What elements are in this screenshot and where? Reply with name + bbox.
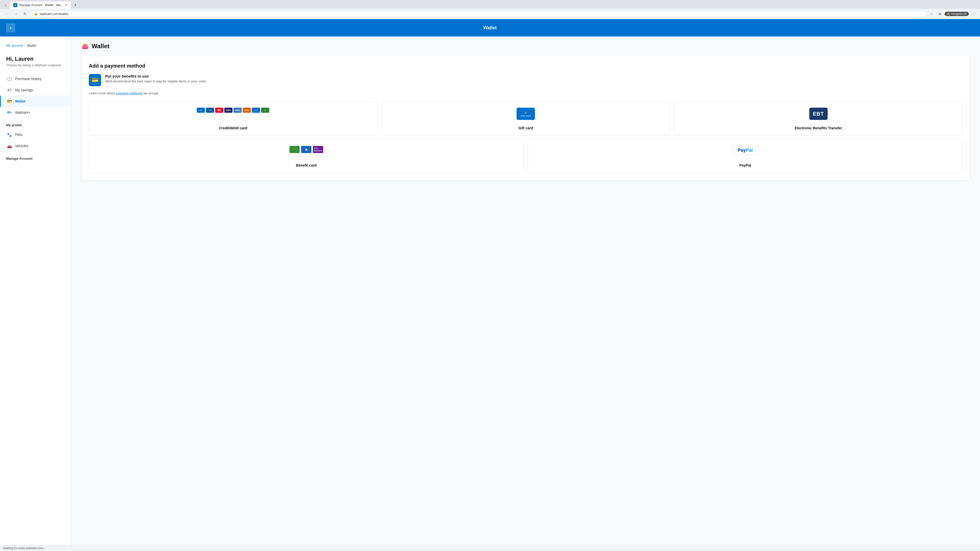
cc-icon-4: ▪▪▪ [261,108,269,113]
cc-icon-visa: VISA [224,108,232,113]
benefits-heading: Put your benefits to use [105,74,207,78]
sidebar: My account / Wallet Hi, Lauren Thanks fo… [0,37,72,551]
toolbar-actions: ☆ ⧉ 🕵 Incognito (2) ⋮ [928,10,977,17]
payment-section: Add a payment method 💳 Put your benefits… [82,56,970,180]
vehicles-icon: 🚗 [7,143,12,148]
sidebar-nav-list: 🕐 Purchase history 🏷 My savings 💳 Wallet… [0,73,71,118]
benefit-card-label: Benefit card [296,163,317,167]
menu-button[interactable]: ⋮ [970,10,977,17]
spark-icon: ✳ [524,111,527,115]
purchase-history-icon: 🕐 [7,76,12,81]
sidebar-item-label: Walmart+ [15,110,30,114]
header-title: Wallet [484,25,496,30]
gift-card-icon: ✳ Gift Card [517,108,535,120]
browser-toolbar: ← → ↻ 🔒 walmart.com/wallet ☆ ⧉ 🕵 Incogni… [0,9,980,19]
benefits-wallet-icon: 💳 [92,77,99,83]
add-payment-title: Add a payment method [89,63,963,69]
my-profile-section-title: My profile [0,118,71,129]
active-tab[interactable]: W Manage Account - Wallet - Wa... ✕ [10,2,71,9]
paypal-card-option[interactable]: PayPal PayPal [528,140,963,173]
sidebar-item-label: My savings [15,88,33,92]
status-bar: Waiting for www.walmart.com... [0,545,980,551]
tab-list-back[interactable]: ‹ [2,2,9,9]
paypal-label: PayPal [739,163,751,167]
gift-card-text: Gift Card [521,115,531,117]
benefits-icon: 💳 [89,74,101,86]
split-view-button[interactable]: ⧉ [936,10,943,17]
address-bar[interactable]: 🔒 walmart.com/wallet [30,11,926,17]
breadcrumb: My account / Wallet [0,41,71,52]
bookmark-button[interactable]: ☆ [928,10,935,17]
sidebar-item-walmart-plus[interactable]: W+ Walmart+ [0,107,71,118]
sidebar-item-purchase-history[interactable]: 🕐 Purchase history [0,73,71,84]
back-button[interactable]: ← [3,10,10,17]
browser-chrome: ‹ W Manage Account - Wallet - Wa... ✕ + … [0,0,980,19]
greeting-name: Hi, Lauren [6,56,65,62]
incognito-badge[interactable]: 🕵 Incognito (2) [945,12,969,16]
content-area: 👛 Wallet Add a payment method 💳 Put your… [72,37,980,551]
pets-icon: 🐾 [7,132,12,137]
profile-nav-list: 🐾 Pets 🚗 Vehicles [0,129,71,151]
benefits-description: We'll recommend the best ways to pay for… [105,79,207,83]
browser-tab-bar: ‹ W Manage Account - Wallet - Wa... ✕ + [0,0,980,9]
payment-methods-link[interactable]: payment methods [116,91,142,95]
learn-more-suffix: we accept. [142,91,159,95]
url-text: walmart.com/wallet [40,12,68,16]
walmart-plus-icon: W+ [7,110,12,115]
benefit-card-option[interactable]: 🌿 ▣ OTCNetwork Benefit card [89,140,524,173]
security-icon: 🔒 [34,12,38,16]
learn-more-prefix: Learn more about [89,91,116,95]
payment-cards-row-1: ▪▪▪ ▪▪▪ MC VISA AMEX DISC ▪▪▪ ▪▪▪ Credit… [89,101,963,135]
breadcrumb-separator: / [24,44,25,48]
page-title: Wallet [92,43,110,50]
incognito-label: Incognito (2) [951,12,967,15]
page-header: ‹ Wallet [0,19,980,37]
header-back-button[interactable]: ‹ [6,23,15,32]
main-layout: My account / Wallet Hi, Lauren Thanks fo… [0,37,980,551]
credit-debit-card-option[interactable]: ▪▪▪ ▪▪▪ MC VISA AMEX DISC ▪▪▪ ▪▪▪ Credit… [89,101,377,135]
breadcrumb-current: Wallet [27,44,36,48]
sidebar-item-label: Purchase history [15,77,41,81]
greeting-subtitle: Thanks for being a Walmart customer [6,63,65,67]
tab-title: Manage Account - Wallet - Wa... [19,3,63,7]
cc-icon-mc: MC [215,108,223,113]
benefit-icon-1: 🌿 [290,146,300,153]
tab-close-button[interactable]: ✕ [65,3,68,7]
sidebar-item-pets[interactable]: 🐾 Pets [0,129,71,140]
payment-cards-row-2: 🌿 ▣ OTCNetwork Benefit card PayPal PayPa… [89,140,963,173]
sidebar-item-label: Wallet [15,99,25,103]
gift-card-option[interactable]: ✳ Gift Card Gift card [382,101,670,135]
credit-card-icons: ▪▪▪ ▪▪▪ MC VISA AMEX DISC ▪▪▪ ▪▪▪ [197,108,269,113]
forward-button[interactable]: → [12,10,19,17]
reload-button[interactable]: ↻ [21,10,29,17]
ebt-label: Electronic Benefits Transfer [795,126,842,130]
manage-account-section-title: Manage Account [0,151,71,162]
breadcrumb-parent-link[interactable]: My account [6,44,23,48]
cc-icon-disc: DISC [243,108,251,113]
learn-more-text: Learn more about payment methods we acce… [89,91,963,95]
ebt-card-option[interactable]: EBT Electronic Benefits Transfer [674,101,963,135]
paypal-icon: PayPal [732,146,758,155]
new-tab-button[interactable]: + [72,2,79,9]
cc-icon-3: ▪▪▪ [252,108,260,113]
wallet-icon: 💳 [7,99,12,104]
tab-favicon: W [13,3,18,7]
my-savings-icon: 🏷 [7,87,12,93]
sidebar-item-my-savings[interactable]: 🏷 My savings [0,84,71,96]
benefits-banner: 💳 Put your benefits to use We'll recomme… [89,74,963,86]
cc-icon-2: ▪▪▪ [206,108,214,113]
gift-card-image: ✳ Gift Card [517,108,535,123]
benefit-card-icons: 🌿 ▣ OTCNetwork [290,146,323,153]
paypal-logo-text: PayPal [738,148,752,153]
sidebar-item-wallet[interactable]: 💳 Wallet [0,96,71,107]
sidebar-item-label: Vehicles [15,144,28,148]
wallet-title-icon: 👛 [82,43,89,49]
incognito-icon: 🕵 [947,12,950,16]
ebt-icon: EBT [809,108,828,120]
credit-debit-label: Credit/debit card [219,126,247,130]
cc-icon-1: ▪▪▪ [197,108,205,113]
sidebar-item-vehicles[interactable]: 🚗 Vehicles [0,140,71,151]
sidebar-greeting: Hi, Lauren Thanks for being a Walmart cu… [0,52,71,73]
status-text: Waiting for www.walmart.com... [3,546,46,550]
sidebar-item-label: Pets [15,133,22,137]
